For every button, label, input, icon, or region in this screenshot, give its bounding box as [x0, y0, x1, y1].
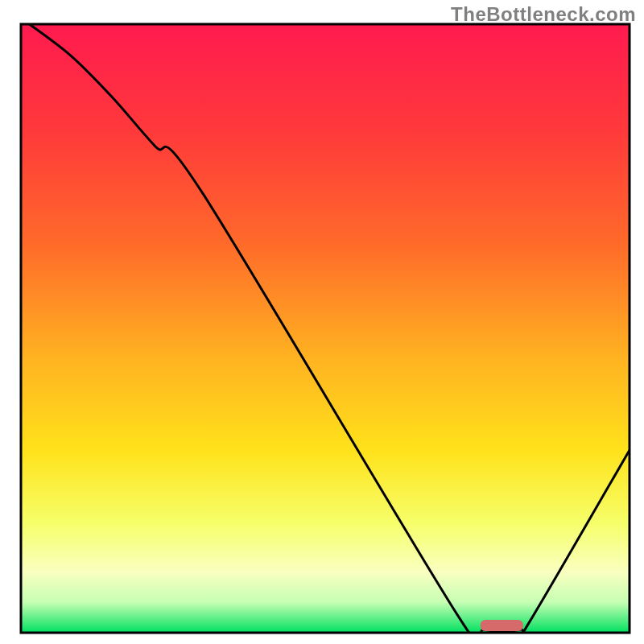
optimal-range-marker	[481, 620, 523, 631]
chart-stage: TheBottleneck.com	[0, 0, 644, 644]
gradient-background	[21, 24, 630, 633]
bottleneck-chart	[0, 0, 644, 644]
